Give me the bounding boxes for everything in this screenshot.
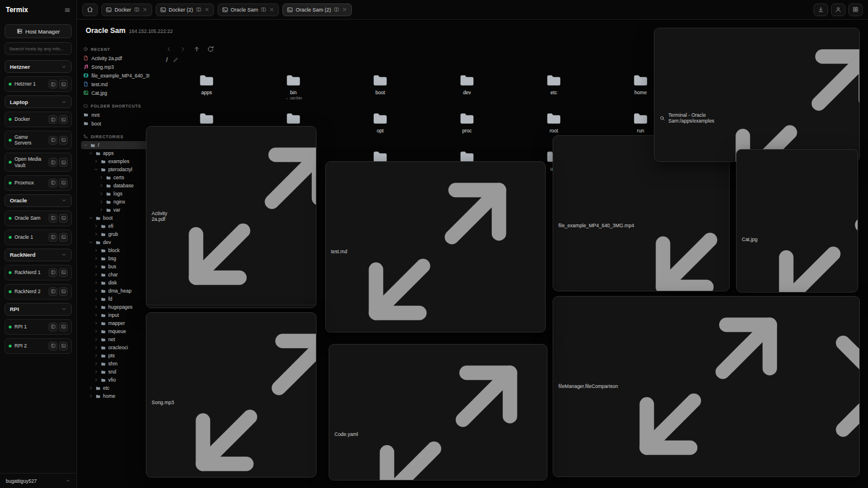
tree-item-logs[interactable]: logs [81,190,149,198]
close-icon[interactable] [540,347,547,480]
terminal-button[interactable] [59,80,68,88]
tree-item-bsg[interactable]: bsg [81,254,149,263]
expand-icon[interactable] [718,31,860,162]
tree-item-etc[interactable]: etc [81,384,149,392]
host-oracle-sam[interactable]: Oracle Sam [5,210,72,226]
recent-item-song-mp3[interactable]: Song.mp3 [81,62,149,71]
host-hetzner-1[interactable]: Hetzner 1 [5,76,72,92]
tree-item-dma-heap[interactable]: dma_heap [81,287,149,295]
terminal-button[interactable] [59,287,68,296]
recent-item-file-example-mp4-640-3mg[interactable]: file_example_MP4_640_3MG... [81,71,149,80]
tree-item-boot[interactable]: boot [81,214,149,222]
up-directory-button[interactable] [193,46,200,53]
tree-item-database[interactable]: database [81,182,149,190]
file-manager-button[interactable] [49,136,57,145]
tree-item-oracleoci[interactable]: oracleoci [81,343,149,352]
tab-oracle-sam[interactable]: Oracle Sam [218,3,279,16]
tab-oracle-sam-2[interactable]: Oracle Sam (2) [282,3,352,16]
close-icon[interactable] [204,7,209,12]
folder-proc[interactable]: proc [424,106,510,143]
file-manager-button[interactable] [49,214,57,223]
expand-icon[interactable] [178,316,317,478]
tree-item-certs[interactable]: certs [81,173,149,182]
expand-icon[interactable] [171,130,317,303]
close-icon[interactable] [529,165,546,332]
terminal-button[interactable] [59,158,68,167]
folder-bin[interactable]: bin→ usr/bin [250,68,337,105]
expand-icon[interactable] [621,300,795,473]
group-hetzner[interactable]: Hetzner [5,60,72,73]
tree-item-efi[interactable]: efi [81,222,149,230]
host-racknerd-1[interactable]: RackNerd 1 [5,265,72,280]
tree-item-mqueue[interactable]: mqueue [81,327,149,335]
tree-item-grub[interactable]: grub [81,230,149,238]
terminal-button[interactable] [59,323,68,331]
host-docker[interactable]: Docker [5,112,72,127]
shortcut-mnt[interactable]: mnt [81,110,149,119]
tree-item-block[interactable]: block [81,246,149,254]
tree-item-var[interactable]: var [81,206,149,214]
file-manager-button[interactable] [49,287,57,296]
folder-dev[interactable]: dev [424,68,510,105]
host-oracle-1[interactable]: Oracle 1 [5,230,72,245]
terminal-button[interactable] [59,136,68,145]
terminal-button[interactable] [59,342,68,350]
group-oracle[interactable]: Oracle [5,194,72,207]
host-rpi-2[interactable]: RPI 2 [5,338,72,354]
tree-item-apps[interactable]: apps [81,149,149,157]
tree-item-snd[interactable]: snd [81,368,149,376]
diff-titlebar[interactable]: fileManager.fileComparison [553,297,859,475]
refresh-button[interactable] [207,46,214,53]
host-game-servers[interactable]: Game Servers [5,131,72,149]
tree-item-disk[interactable]: disk [81,279,149,287]
host-rpi-1[interactable]: RPI 1 [5,319,72,335]
tree-item-vfio[interactable]: vfio [81,376,149,384]
markdown-titlebar[interactable]: test.md [326,162,545,332]
expand-icon[interactable] [351,165,524,332]
split-icon[interactable] [196,7,201,12]
tree-item-nginx[interactable]: nginx [81,198,149,206]
menu-icon[interactable] [64,7,71,13]
file-manager-button[interactable] [49,323,57,331]
host-open-media-vault[interactable]: Open Media Vault [5,153,72,171]
recent-item-test-md[interactable]: test.md [81,80,149,88]
tab-docker[interactable]: Docker [101,3,152,16]
file-manager-button[interactable] [49,158,57,167]
folder-opt[interactable]: opt [337,106,424,143]
terminal-button[interactable] [59,233,68,242]
host-racknerd-2[interactable]: RackNerd 2 [5,284,72,300]
terminal-button[interactable] [59,115,68,124]
close-icon[interactable] [800,300,860,473]
tree-item-[interactable]: / [81,141,149,149]
folder-boot[interactable]: boot [337,68,424,105]
tree-item-examples[interactable]: examples [81,157,149,165]
tree-item-char[interactable]: char [81,271,149,279]
forward-button[interactable] [179,46,186,53]
terminal-button[interactable] [59,214,68,223]
code-titlebar[interactable]: Code.yaml [329,345,547,480]
tree-item-home[interactable]: home [81,392,149,400]
recent-item-activity-2a-pdf[interactable]: Activity 2a.pdf [81,54,149,62]
tree-item-shm[interactable]: shm [81,360,149,368]
tree-item-fd[interactable]: fd [81,295,149,303]
terminal-titlebar[interactable]: Terminal - Oracle Sam:/apps/examples [654,28,859,162]
search-icon[interactable] [660,116,665,121]
file-manager-button[interactable] [49,179,57,187]
apps-grid-button[interactable] [848,3,863,16]
tab-docker-2[interactable]: Docker (2) [156,3,214,16]
file-manager-button[interactable] [49,233,57,242]
user-row[interactable]: bugattiguy527 [0,473,76,488]
tree-item-pts[interactable]: pts [81,352,149,360]
file-manager-button[interactable] [49,80,57,88]
host-manager-button[interactable]: Host Manager [5,24,72,38]
folder-apps[interactable]: apps [163,68,250,105]
split-icon[interactable] [334,7,339,12]
group-racknerd[interactable]: RackNerd [5,249,72,261]
expand-icon[interactable] [362,347,535,480]
terminal-button[interactable] [59,179,68,187]
host-proxmox[interactable]: Proxmox [5,175,72,191]
file-manager-button[interactable] [49,342,57,350]
close-icon[interactable] [269,7,274,12]
file-manager-button[interactable] [49,115,57,124]
group-rpi[interactable]: RPI [5,303,72,316]
